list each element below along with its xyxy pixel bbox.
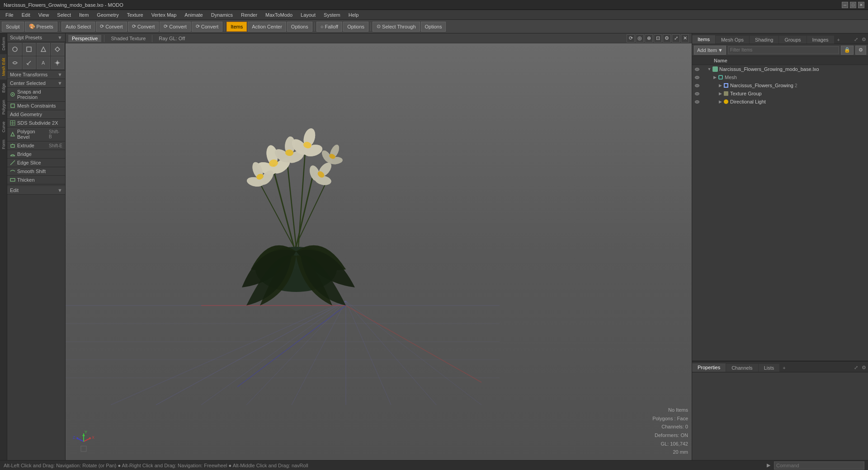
scene-lock-btn[interactable]: 🔒 [841,46,854,55]
tool-btn-1[interactable] [8,43,22,56]
add-properties-tab[interactable]: + [780,364,788,372]
convert-button-2[interactable]: ⟳ Convert [128,22,159,32]
center-selected-header[interactable]: Center Selected ▼ [7,79,65,88]
convert-button-3[interactable]: ⟳ Convert [160,22,191,32]
tree-item-root[interactable]: ▼ Narcissus_Flowers_Growing_modo_base.lx… [692,65,868,73]
snaps-item[interactable]: Snaps and Precision [7,88,65,102]
zoom-button[interactable]: ⊕ [645,34,653,42]
sds-subdivide-item[interactable]: SDS Subdivide 2X [7,119,65,127]
menu-layout[interactable]: Layout [297,11,319,19]
tab-images[interactable]: Images [807,36,835,44]
vtab-form[interactable]: Form [0,136,7,153]
edge-slice-item[interactable]: Edge Slice [7,159,65,167]
mesh-expand[interactable]: ▶ [712,75,717,80]
menu-item[interactable]: Item [75,11,92,19]
tool-btn-5[interactable] [8,56,22,69]
menu-texture[interactable]: Texture [123,11,147,19]
tool-btn-7[interactable]: A [37,56,50,69]
tab-items[interactable]: Items [692,35,716,44]
panel-settings-btn[interactable]: ⚙ [860,35,868,44]
menu-edit[interactable]: Edit [18,11,34,19]
menu-vertex-map[interactable]: Vertex Map [148,11,180,19]
edit-section-header[interactable]: Edit ▼ [7,186,65,195]
menu-render[interactable]: Render [237,11,261,19]
options-button-3[interactable]: Options [421,22,446,32]
tool-btn-4[interactable] [51,43,65,56]
bridge-item[interactable]: Bridge [7,150,65,159]
tab-properties[interactable]: Properties [692,363,726,372]
menu-geometry[interactable]: Geometry [93,11,122,19]
light-vis[interactable] [694,100,700,103]
vtab-polygon[interactable]: Polygon [0,96,7,118]
auto-select-button[interactable]: Auto Select [61,22,95,32]
menu-view[interactable]: View [35,11,53,19]
menu-select[interactable]: Select [53,11,75,19]
reset-view-button[interactable]: ◎ [636,34,644,42]
menu-file[interactable]: File [2,11,17,19]
properties-collapse-btn[interactable]: ⤢ [852,363,860,372]
smooth-shift-item[interactable]: Smooth Shift [7,167,65,176]
tool-btn-6[interactable] [23,56,36,69]
add-panel-tab[interactable]: + [835,36,843,44]
orbit-button[interactable]: ⟳ [627,34,635,42]
properties-settings-btn[interactable]: ⚙ [860,363,868,372]
tab-groups[interactable]: Groups [779,36,807,44]
texture-vis[interactable] [694,92,700,95]
flowers-vis[interactable] [694,84,700,87]
menu-animate[interactable]: Animate [181,11,206,19]
action-center-button[interactable]: Action Center [248,22,286,32]
convert-button-4[interactable]: ⟳ Convert [192,22,223,32]
scene-settings-btn[interactable]: ⚙ [855,46,866,55]
add-item-button[interactable]: Add Item ▼ [694,46,726,55]
panel-collapse-btn[interactable]: ⤢ [852,35,860,44]
minimize-button[interactable]: ─ [842,2,848,8]
tool-btn-3[interactable] [37,43,50,56]
falloff-button[interactable]: ○ Falloff [316,22,342,32]
polygon-bevel-item[interactable]: Polygon Bevel Shift-B [7,127,65,141]
viewport-tab-perspective[interactable]: Perspective [68,35,101,42]
3d-viewport[interactable]: No Items Polygons : Face Channels: 0 Def… [66,43,692,460]
sculpt-presets-header[interactable]: Sculpt Presets ▼ [7,33,65,42]
maximize-button[interactable]: □ [850,2,856,8]
vtab-deform[interactable]: Deform [0,33,7,54]
options-button-2[interactable]: Options [343,22,368,32]
tab-lists[interactable]: Lists [759,364,780,372]
tab-shading[interactable]: Shading [750,36,779,44]
viewport-tab-shaded[interactable]: Shaded Texture [107,35,149,42]
vp-expand-button[interactable]: ⤢ [672,34,680,42]
tab-mesh-ops[interactable]: Mesh Ops [716,36,750,44]
presets-button[interactable]: 🎨 Presets [25,22,57,32]
fit-button[interactable]: ⊡ [654,34,662,42]
thicken-item[interactable]: Thicken [7,176,65,184]
light-expand[interactable]: ▶ [717,99,723,104]
tool-btn-8[interactable] [51,56,65,69]
root-expand[interactable]: ▼ [707,67,712,71]
mesh-constraints-item[interactable]: Mesh Constraints [7,102,65,110]
vtab-mesh-edit[interactable]: Mesh Edit [0,54,7,80]
command-input[interactable] [774,461,864,470]
vtab-curve[interactable]: Curve [0,118,7,136]
texture-expand[interactable]: ▶ [717,91,723,96]
menu-dynamics[interactable]: Dynamics [208,11,236,19]
vp-settings-button[interactable]: ⚙ [663,34,671,42]
tab-channels[interactable]: Channels [726,364,758,372]
tool-btn-2[interactable] [23,43,36,56]
flowers-expand[interactable]: ▶ [717,83,723,88]
add-geometry-header[interactable]: Add Geometry [7,110,65,119]
filter-items-box[interactable]: Filter Items [728,46,839,54]
vtab-edge[interactable]: Edge [0,80,7,96]
root-vis[interactable] [694,68,700,71]
tree-item-light[interactable]: ▶ Directional Light [692,98,868,106]
mesh-vis[interactable] [694,76,700,79]
more-transforms-header[interactable]: More Transforms ▼ [7,70,65,79]
tree-item-mesh[interactable]: ▶ Mesh [692,73,868,81]
menu-maxtomodo[interactable]: MaxToModo [262,11,296,19]
sculpt-button[interactable]: Sculpt [2,22,24,32]
viewport-tab-raygl[interactable]: Ray GL: Off [155,35,189,42]
menu-help[interactable]: Help [345,11,363,19]
convert-button-1[interactable]: ⟳ Convert [96,22,127,32]
select-through-button[interactable]: ⊙ Select Through [373,22,420,32]
menu-system[interactable]: System [320,11,344,19]
options-button-1[interactable]: Options [287,22,312,32]
extrude-item[interactable]: Extrude Shift-E [7,141,65,150]
